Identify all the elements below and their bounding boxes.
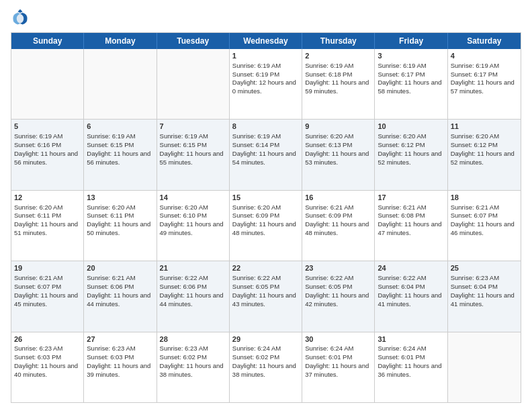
sunrise-text: Sunrise: 6:23 AM	[160, 345, 208, 352]
sunset-text: Sunset: 6:01 PM	[378, 353, 425, 361]
sunrise-text: Sunrise: 6:20 AM	[232, 203, 281, 211]
daylight-text: Daylight: 11 hours and 37 minutes.	[305, 362, 369, 378]
day-cell-22: 22Sunrise: 6:22 AMSunset: 6:05 PMDayligh…	[230, 261, 302, 331]
day-number: 19	[14, 263, 81, 273]
day-number: 24	[378, 263, 444, 273]
sunrise-text: Sunrise: 6:20 AM	[160, 203, 208, 211]
day-number: 15	[232, 193, 299, 203]
daylight-text: Daylight: 11 hours and 52 minutes.	[378, 150, 441, 166]
weekday-header-monday: Monday	[84, 33, 157, 49]
sunset-text: Sunset: 6:19 PM	[232, 71, 279, 78]
sunrise-text: Sunrise: 6:22 AM	[160, 274, 208, 281]
sunrise-text: Sunrise: 6:23 AM	[87, 345, 135, 352]
day-cell-4: 4Sunrise: 6:19 AMSunset: 6:17 PMDaylight…	[448, 49, 521, 119]
sunrise-text: Sunrise: 6:21 AM	[378, 203, 426, 211]
sunset-text: Sunset: 6:03 PM	[87, 353, 134, 361]
day-number: 3	[378, 51, 444, 61]
daylight-text: Daylight: 11 hours and 50 minutes.	[87, 220, 150, 236]
day-cell-empty-0-0	[11, 49, 84, 119]
daylight-text: Daylight: 11 hours and 57 minutes.	[451, 79, 515, 95]
sunrise-text: Sunrise: 6:19 AM	[305, 62, 353, 69]
day-number: 5	[14, 122, 81, 132]
daylight-text: Daylight: 11 hours and 40 minutes.	[14, 362, 78, 378]
day-cell-14: 14Sunrise: 6:20 AMSunset: 6:10 PMDayligh…	[157, 191, 230, 261]
sunrise-text: Sunrise: 6:24 AM	[378, 345, 426, 352]
day-cell-23: 23Sunrise: 6:22 AMSunset: 6:05 PMDayligh…	[302, 261, 375, 331]
weekday-header-tuesday: Tuesday	[157, 33, 230, 49]
sunrise-text: Sunrise: 6:22 AM	[232, 274, 281, 281]
day-number: 8	[232, 122, 299, 132]
day-cell-19: 19Sunrise: 6:21 AMSunset: 6:07 PMDayligh…	[11, 261, 84, 331]
sunrise-text: Sunrise: 6:20 AM	[87, 203, 135, 211]
day-number: 20	[87, 263, 153, 273]
sunset-text: Sunset: 6:16 PM	[14, 141, 61, 148]
day-cell-5: 5Sunrise: 6:19 AMSunset: 6:16 PMDaylight…	[11, 120, 84, 189]
day-number: 21	[160, 263, 226, 273]
sunrise-text: Sunrise: 6:24 AM	[232, 345, 281, 352]
day-cell-8: 8Sunrise: 6:19 AMSunset: 6:14 PMDaylight…	[230, 120, 302, 189]
day-cell-empty-0-1	[84, 49, 157, 119]
weekday-header-sunday: Sunday	[11, 33, 84, 49]
day-cell-2: 2Sunrise: 6:19 AMSunset: 6:18 PMDaylight…	[302, 49, 375, 119]
sunset-text: Sunset: 6:15 PM	[160, 141, 207, 148]
day-number: 17	[378, 193, 444, 203]
sunrise-text: Sunrise: 6:19 AM	[451, 62, 499, 69]
sunrise-text: Sunrise: 6:20 AM	[305, 132, 353, 140]
calendar: SundayMondayTuesdayWednesdayThursdayFrid…	[11, 32, 521, 403]
day-cell-21: 21Sunrise: 6:22 AMSunset: 6:06 PMDayligh…	[157, 261, 230, 331]
day-cell-16: 16Sunrise: 6:21 AMSunset: 6:09 PMDayligh…	[302, 191, 375, 261]
day-cell-30: 30Sunrise: 6:24 AMSunset: 6:01 PMDayligh…	[302, 332, 375, 402]
daylight-text: Daylight: 11 hours and 48 minutes.	[232, 220, 296, 236]
sunrise-text: Sunrise: 6:20 AM	[14, 203, 62, 211]
sunrise-text: Sunrise: 6:19 AM	[87, 132, 135, 140]
sunset-text: Sunset: 6:05 PM	[305, 283, 352, 290]
sunset-text: Sunset: 6:02 PM	[160, 353, 207, 361]
sunset-text: Sunset: 6:14 PM	[232, 141, 279, 148]
daylight-text: Daylight: 11 hours and 44 minutes.	[87, 291, 150, 308]
day-cell-26: 26Sunrise: 6:23 AMSunset: 6:03 PMDayligh…	[11, 332, 84, 402]
weekday-header-friday: Friday	[375, 33, 447, 49]
day-number: 11	[451, 122, 518, 132]
sunrise-text: Sunrise: 6:19 AM	[378, 62, 426, 69]
sunset-text: Sunset: 6:09 PM	[305, 212, 352, 219]
daylight-text: Daylight: 11 hours and 36 minutes.	[378, 362, 441, 378]
daylight-text: Daylight: 11 hours and 46 minutes.	[451, 220, 515, 236]
day-cell-29: 29Sunrise: 6:24 AMSunset: 6:02 PMDayligh…	[230, 332, 302, 402]
day-number: 31	[378, 334, 444, 345]
day-number: 22	[232, 263, 299, 273]
sunset-text: Sunset: 6:04 PM	[378, 283, 425, 290]
sunset-text: Sunset: 6:17 PM	[378, 71, 425, 78]
sunset-text: Sunset: 6:12 PM	[451, 141, 498, 148]
daylight-text: Daylight: 12 hours and 0 minutes.	[232, 79, 296, 95]
sunset-text: Sunset: 6:01 PM	[305, 353, 352, 361]
sunset-text: Sunset: 6:07 PM	[14, 283, 61, 290]
day-cell-20: 20Sunrise: 6:21 AMSunset: 6:06 PMDayligh…	[84, 261, 157, 331]
day-cell-6: 6Sunrise: 6:19 AMSunset: 6:15 PMDaylight…	[84, 120, 157, 189]
sunrise-text: Sunrise: 6:20 AM	[378, 132, 426, 140]
day-number: 16	[305, 193, 371, 203]
day-cell-28: 28Sunrise: 6:23 AMSunset: 6:02 PMDayligh…	[157, 332, 230, 402]
daylight-text: Daylight: 11 hours and 45 minutes.	[14, 291, 78, 308]
daylight-text: Daylight: 11 hours and 44 minutes.	[160, 291, 224, 308]
sunrise-text: Sunrise: 6:24 AM	[305, 345, 353, 352]
daylight-text: Daylight: 11 hours and 38 minutes.	[232, 362, 296, 378]
daylight-text: Daylight: 11 hours and 42 minutes.	[305, 291, 369, 308]
day-number: 6	[87, 122, 153, 132]
daylight-text: Daylight: 11 hours and 41 minutes.	[451, 291, 515, 308]
sunrise-text: Sunrise: 6:23 AM	[451, 274, 499, 281]
day-number: 27	[87, 334, 153, 345]
weekday-header-wednesday: Wednesday	[230, 33, 302, 49]
day-cell-3: 3Sunrise: 6:19 AMSunset: 6:17 PMDaylight…	[375, 49, 447, 119]
sunset-text: Sunset: 6:08 PM	[378, 212, 425, 219]
day-number: 14	[160, 193, 226, 203]
daylight-text: Daylight: 11 hours and 56 minutes.	[87, 150, 150, 166]
sunrise-text: Sunrise: 6:19 AM	[232, 62, 281, 69]
day-number: 10	[378, 122, 444, 132]
daylight-text: Daylight: 11 hours and 49 minutes.	[160, 220, 224, 236]
sunrise-text: Sunrise: 6:19 AM	[14, 132, 62, 140]
sunrise-text: Sunrise: 6:21 AM	[451, 203, 499, 211]
sunrise-text: Sunrise: 6:23 AM	[14, 345, 62, 352]
day-cell-11: 11Sunrise: 6:20 AMSunset: 6:12 PMDayligh…	[448, 120, 521, 189]
sunset-text: Sunset: 6:09 PM	[232, 212, 279, 219]
daylight-text: Daylight: 11 hours and 43 minutes.	[232, 291, 296, 308]
